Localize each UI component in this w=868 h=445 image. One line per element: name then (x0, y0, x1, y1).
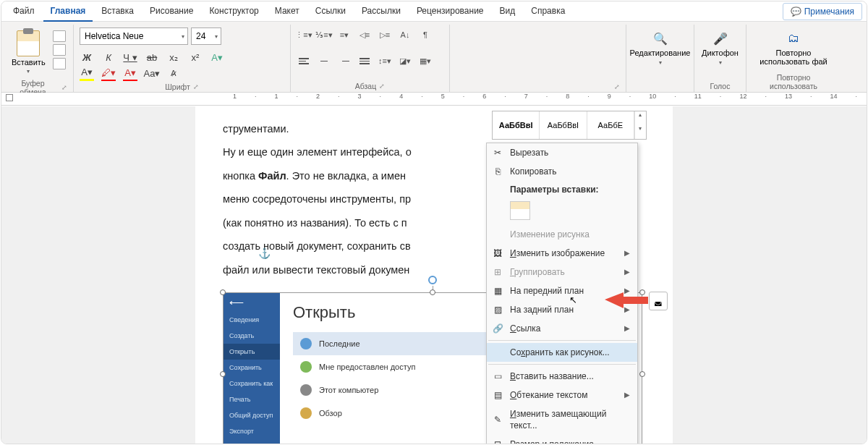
font-name-select[interactable]: Helvetica Neue (80, 27, 188, 45)
svg-marker-0 (605, 292, 648, 308)
context-menu-item[interactable]: ▤Обтекание текстом▶ (487, 386, 637, 404)
tab-главная[interactable]: Главная (43, 1, 93, 22)
ribbon: Вставить ▾ Буфер обмена⤢ Helvetica Neue … (1, 22, 867, 93)
line-spacing-button[interactable]: ↕≡▾ (378, 54, 392, 69)
editing-button[interactable]: 🔍 Редактирование ▾ (632, 27, 688, 69)
multilevel-button[interactable]: ≡▾ (337, 27, 352, 42)
resize-handle[interactable] (639, 371, 645, 377)
strike-button[interactable]: ab (145, 49, 159, 65)
reuse-icon: 🗂 (786, 30, 801, 46)
anchor-icon: ⚓ (258, 247, 271, 259)
cut-icon[interactable] (53, 30, 66, 42)
comment-icon: 💬 (791, 7, 801, 17)
title-bar: ФайлГлавнаяВставкаРисованиеКонструкторМа… (1, 1, 867, 22)
file-menu-sidebar: ⟵ СведенияСоздатьОткрытьСохранитьСохрани… (224, 293, 280, 444)
paste-option-icon[interactable] (510, 201, 530, 220)
style-gallery[interactable]: АаБбВвI АаБбВвI АаБбЕ ▴▾ (492, 111, 647, 140)
context-menu-item[interactable]: ⎘Копировать (487, 162, 637, 181)
superscript-button[interactable]: x² (188, 49, 203, 65)
menu-item-icon: ▦ (492, 285, 503, 297)
align-left-button[interactable] (297, 54, 311, 69)
red-arrow-annotation (603, 288, 654, 314)
tab-рассылки[interactable]: Рассылки (354, 1, 408, 22)
context-menu-header: Параметры вставки: (487, 181, 637, 198)
menu-item-icon: ⊡ (492, 438, 503, 444)
show-marks-button[interactable]: ¶ (418, 27, 433, 42)
paste-button[interactable]: Вставить ▾ (7, 27, 50, 77)
context-menu-item[interactable]: Сохранить как рисунок... (487, 343, 637, 362)
numbering-button[interactable]: ⅓≡▾ (317, 27, 331, 42)
menu-item-icon: ⎘ (492, 166, 503, 177)
shading-button[interactable]: ◪▾ (398, 54, 412, 69)
context-menu-item[interactable]: ⊡Размер и положение... (487, 435, 637, 444)
menu-item-icon: ⊞ (492, 266, 503, 278)
context-menu-item[interactable]: ▭Вставить название... (487, 367, 637, 386)
align-right-button[interactable] (337, 54, 352, 69)
font-size-select[interactable]: 24 (191, 27, 221, 45)
dec-indent-button[interactable]: ◁≡ (357, 27, 372, 42)
paste-icon (17, 30, 40, 56)
microphone-icon: 🎤 (712, 30, 728, 46)
tab-рецензирование[interactable]: Рецензирование (409, 1, 491, 22)
justify-button[interactable] (357, 54, 372, 69)
underline-button[interactable]: Ч ▾ (123, 49, 137, 65)
tab-конструктор[interactable]: Конструктор (202, 1, 265, 22)
file-menu-item[interactable]: Общий доступ (224, 407, 280, 423)
italic-button[interactable]: К (101, 49, 116, 65)
file-menu-item[interactable]: Создать (224, 328, 280, 344)
file-menu-item[interactable]: Сохранить как (224, 376, 280, 391)
menu-item-icon: ▭ (492, 370, 503, 382)
comments-button[interactable]: 💬 Примечания (783, 3, 862, 20)
clear-format-button[interactable]: A̷ (166, 65, 181, 81)
highlight-button[interactable]: A▾ (80, 65, 94, 81)
context-menu-item: Изменение рисунка (487, 225, 637, 244)
file-menu-item[interactable]: Закрыть (224, 439, 280, 444)
bold-button[interactable]: Ж (80, 49, 94, 65)
bullets-button[interactable]: ⋮≡▾ (297, 27, 311, 42)
format-painter-icon[interactable] (53, 58, 66, 69)
context-menu-item: ⊞Группировать▶ (487, 263, 637, 281)
menu-item-icon: 🔗 (492, 323, 503, 334)
context-menu-item[interactable]: 🖼Изменить изображение▶ (487, 244, 637, 263)
change-case-button[interactable]: Aa▾ (145, 65, 159, 81)
sort-button[interactable]: A↓ (398, 27, 412, 42)
dictate-button[interactable]: 🎤 Диктофон ▾ (700, 27, 740, 69)
menu-item-icon: 🖼 (492, 247, 503, 259)
font-color-button[interactable]: A▾ (123, 65, 137, 81)
file-menu-item[interactable]: Печать (224, 391, 280, 407)
tab-вид[interactable]: Вид (493, 1, 523, 22)
menu-item-icon: ✂ (492, 147, 503, 158)
file-menu-item[interactable]: Сохранить (224, 360, 280, 376)
file-menu-item[interactable]: Экспорт (224, 423, 280, 439)
subscript-button[interactable]: x₂ (166, 49, 181, 65)
tab-макет[interactable]: Макет (268, 1, 307, 22)
file-menu-item[interactable]: Сведения (224, 312, 280, 328)
cursor-icon: ↖ (569, 294, 577, 305)
horizontal-ruler[interactable]: 1·1·2·3·4·5·6·7·8·9·10·11·12·13·14·15·16… (1, 93, 867, 106)
copy-icon[interactable] (53, 44, 66, 56)
tab-файл[interactable]: Файл (6, 1, 42, 22)
text-effects-button[interactable]: A▾ (210, 49, 224, 65)
font-color-underline-button[interactable]: 🖊▾ (101, 65, 116, 81)
menu-item-icon: ▤ (492, 389, 503, 401)
menu-item-icon: ✎ (492, 414, 503, 425)
tab-ссылки[interactable]: Ссылки (308, 1, 353, 22)
search-icon: 🔍 (652, 30, 668, 46)
context-menu-item[interactable]: ✎Изменить замещающий текст... (487, 404, 637, 435)
reuse-files-button[interactable]: 🗂 Повторно использовать фай (752, 27, 835, 69)
tab-справка[interactable]: Справка (524, 1, 572, 22)
context-menu-item[interactable]: 🔗Ссылка▶ (487, 319, 637, 338)
tab-рисование[interactable]: Рисование (142, 1, 200, 22)
context-menu-item[interactable]: ✂Вырезать (487, 143, 637, 162)
borders-button[interactable]: ▦▾ (418, 54, 433, 69)
ribbon-tabs: ФайлГлавнаяВставкаРисованиеКонструкторМа… (6, 1, 572, 22)
align-center-button[interactable] (317, 54, 331, 69)
document-϶area[interactable]: струментами. Ну и еще один элемент интер… (1, 106, 867, 444)
rotate-handle[interactable] (428, 276, 437, 284)
menu-item-icon: ▨ (492, 304, 503, 315)
file-menu-item[interactable]: Открыть (224, 344, 280, 360)
inc-indent-button[interactable]: ▷≡ (378, 27, 392, 42)
back-button[interactable]: ⟵ (224, 293, 280, 312)
tab-вставка[interactable]: Вставка (94, 1, 141, 22)
